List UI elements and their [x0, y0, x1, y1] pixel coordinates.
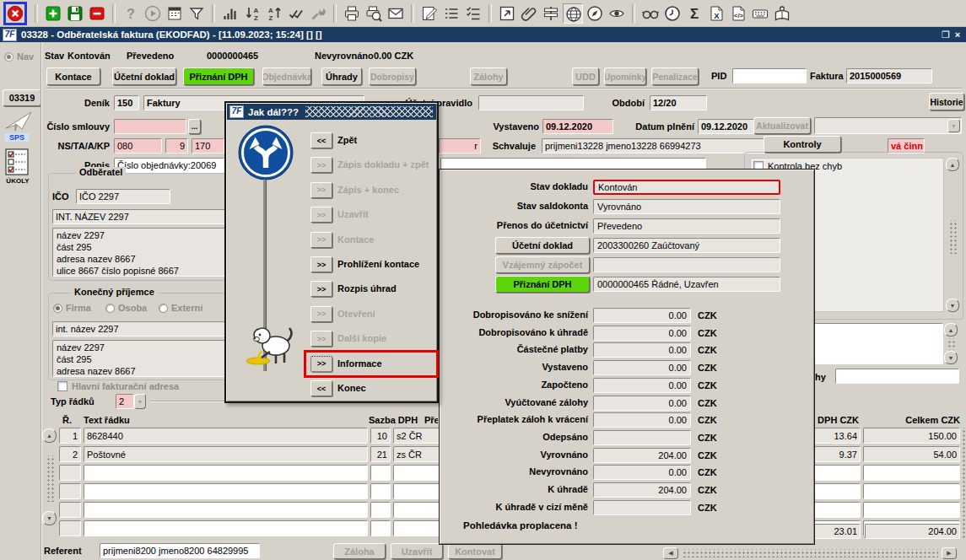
cell-rc-row-3[interactable] [59, 465, 81, 481]
poznamka-scroll-up-icon[interactable]: ▲ [944, 323, 958, 337]
a-field[interactable]: 170 [192, 138, 224, 153]
cell-rc-row-1[interactable]: 1 [59, 428, 81, 444]
poznamka-scroll-down-icon[interactable]: ▼ [944, 351, 958, 364]
ukoly-shortcut[interactable]: ÚKOLY [4, 148, 38, 189]
denik-code-field[interactable]: 150 [114, 95, 139, 110]
cell-sazba-row-2[interactable]: 21 [370, 446, 391, 462]
ucetni-doklad-button[interactable]: Účetní doklad [495, 237, 590, 254]
print-icon[interactable] [342, 3, 362, 24]
cell-celkem-row-2[interactable]: 54.00 [863, 446, 960, 462]
xml-icon[interactable]: </> [728, 3, 748, 24]
eye-icon[interactable] [607, 3, 627, 24]
faktura-number-field[interactable]: 2015000569 [846, 68, 932, 83]
mail-icon[interactable] [386, 3, 406, 24]
vystaveno-field[interactable]: 09.12.2020 [542, 119, 613, 134]
kontroly-scroll-up-icon[interactable]: ▲ [946, 158, 959, 171]
poznamka-textarea[interactable] [793, 323, 943, 364]
print-preview-icon[interactable] [364, 3, 384, 24]
ucetni-pravidlo-field[interactable] [478, 95, 584, 110]
cell-text-row-2[interactable]: Poštovné [84, 446, 368, 462]
hscrollbar[interactable] [682, 549, 938, 557]
zalohy-input[interactable] [835, 369, 959, 384]
cell-sazba-row-6[interactable] [370, 520, 391, 536]
ns-field[interactable]: 080 [114, 138, 162, 153]
globe-icon[interactable] [563, 3, 583, 24]
glasses-icon[interactable] [640, 3, 661, 24]
right-scrollbar[interactable] [961, 428, 966, 540]
kontroly-scrollbar[interactable] [948, 220, 957, 254]
table-scroll-up-icon[interactable]: ▲ [42, 428, 57, 443]
add-icon[interactable] [43, 3, 63, 24]
cislo-smlouvy-field[interactable] [114, 119, 186, 134]
clock-icon[interactable] [662, 3, 683, 24]
cell-text-row-6[interactable] [84, 520, 368, 536]
historie-button[interactable]: Historie [929, 93, 964, 110]
checklist-icon[interactable] [463, 3, 483, 24]
externi-radio[interactable] [159, 304, 168, 313]
statistics-icon[interactable] [220, 3, 240, 24]
attachment-icon[interactable] [519, 3, 539, 24]
calendar-icon[interactable] [165, 3, 185, 24]
sort-desc-icon[interactable]: AZ [242, 3, 262, 24]
schvaluje-field[interactable]: prijmeni13228 jmeno13228 66994273 [542, 138, 766, 153]
cell-celkem-row-3[interactable] [863, 465, 960, 481]
typ-radku-value[interactable]: 2 [116, 394, 134, 409]
manual-icon[interactable] [772, 3, 792, 24]
delete-icon[interactable] [87, 3, 107, 24]
referent-field[interactable]: prijmeni8200 jmeno8200 64829995 [100, 543, 260, 558]
cell-sazba-row-4[interactable] [370, 483, 391, 499]
dialog-button-rozpis-uhrad[interactable]: >> [310, 281, 332, 297]
priznani-dph-button[interactable]: Přiznání DPH [495, 276, 590, 293]
pid-input[interactable] [732, 68, 807, 83]
obdobi-field[interactable]: 12/20 [650, 95, 707, 110]
hscroll-left-icon[interactable]: ◀ [663, 547, 678, 559]
open-window-icon[interactable] [497, 3, 517, 24]
cell-text-row-3[interactable] [84, 465, 368, 481]
cell-celkem-row-1[interactable]: 150.00 [863, 428, 960, 444]
table-scroll-down-icon[interactable]: ▼ [42, 511, 57, 525]
list-icon[interactable] [441, 3, 461, 24]
ta-field[interactable]: 9 [165, 138, 188, 153]
signpost-icon[interactable] [541, 3, 561, 24]
edit-icon[interactable] [419, 3, 440, 24]
close-window-icon[interactable]: × [952, 30, 963, 40]
save-icon[interactable] [65, 3, 85, 24]
cell-text-row-4[interactable] [84, 483, 368, 499]
table-scrollbar[interactable] [46, 455, 54, 502]
poznamka-scrollbar[interactable] [947, 338, 955, 350]
cell-celkem-row-4[interactable] [863, 483, 960, 499]
validate-icon[interactable] [286, 3, 306, 24]
cell-rc-row-2[interactable]: 2 [59, 446, 81, 462]
osoba-radio[interactable] [105, 304, 115, 313]
kontroly-button[interactable]: Kontroly [764, 136, 841, 153]
close-icon[interactable] [3, 2, 27, 25]
ucetni-doklad-button[interactable]: Účetní doklad [112, 67, 176, 85]
hscroll-right-icon[interactable]: ▶ [942, 547, 957, 559]
lookup-button[interactable]: ... [188, 119, 201, 134]
cell-text-row-1[interactable]: 8628440 [84, 428, 368, 444]
priznani-dph-button[interactable]: Přiznání DPH [183, 67, 254, 85]
dialog-button-konec[interactable]: << [310, 380, 332, 396]
dialog-button-prohlizeni-kontace[interactable]: >> [310, 256, 332, 272]
kontace-button[interactable]: Kontace [46, 67, 100, 85]
restore-window-icon[interactable]: ❐ [940, 30, 952, 40]
compass-icon[interactable] [585, 3, 605, 24]
cell-text-row-5[interactable] [84, 502, 368, 518]
popis-field[interactable]: Číslo objednávky:20069 [114, 158, 224, 173]
typ-radku-dropdown-icon[interactable]: ▼ [134, 394, 146, 409]
cell-sazba-row-1[interactable]: 10 [370, 428, 391, 444]
cell-sazba-row-5[interactable] [370, 502, 391, 518]
cell-rc-row-6[interactable] [59, 520, 81, 536]
cell-rc-row-4[interactable] [59, 483, 81, 499]
keyboard-icon[interactable] [750, 3, 770, 24]
kontroly-scroll-down-icon[interactable]: ▼ [946, 299, 959, 312]
filter-icon[interactable] [186, 3, 207, 24]
cell-sazba-row-3[interactable] [370, 465, 391, 481]
cell-celkem-row-5[interactable] [863, 502, 960, 518]
ico-field[interactable]: IČO 2297 [76, 189, 170, 204]
uhrady-button[interactable]: Úhrady [321, 67, 362, 85]
fakturacni-adresa-checkbox[interactable] [57, 381, 67, 391]
page-number-button[interactable]: 03319 [3, 89, 41, 106]
firma-radio[interactable] [53, 304, 62, 313]
dialog-button-zpet[interactable]: << [310, 132, 332, 148]
